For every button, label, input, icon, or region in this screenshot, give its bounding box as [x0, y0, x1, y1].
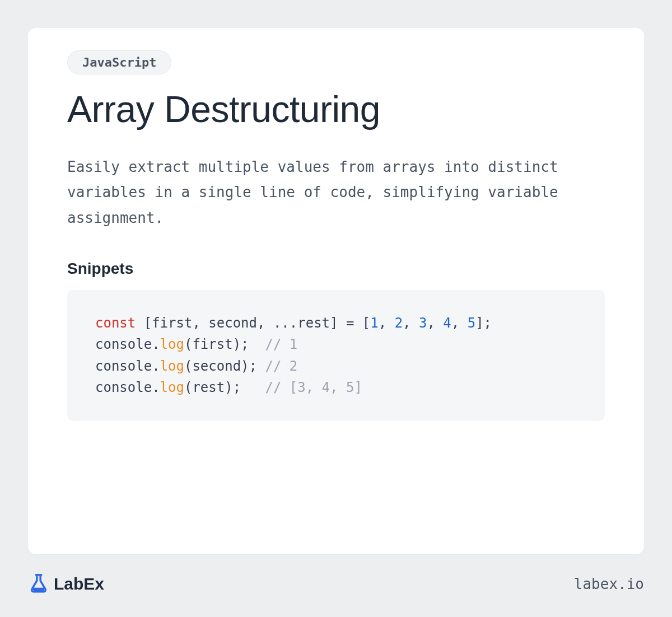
- description: Easily extract multiple values from arra…: [67, 155, 605, 231]
- language-tag: JavaScript: [67, 50, 171, 74]
- page-title: Array Destructuring: [67, 89, 605, 130]
- flask-icon: [28, 572, 49, 596]
- brand-logo: LabEx: [28, 572, 104, 596]
- brand-name: LabEx: [54, 574, 104, 593]
- content-card: JavaScript Array Destructuring Easily ex…: [28, 28, 644, 554]
- code-keyword: const: [95, 315, 136, 331]
- site-url: labex.io: [574, 576, 644, 592]
- footer: LabEx labex.io: [28, 554, 644, 600]
- code-snippet: const [first, second, ...rest] = [1, 2, …: [67, 290, 605, 421]
- section-title: Snippets: [67, 260, 605, 278]
